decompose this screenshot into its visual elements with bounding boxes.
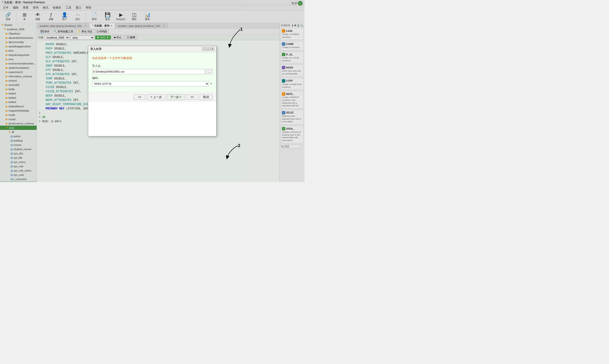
cancel-button[interactable]: 取消 <box>200 94 212 100</box>
annotation-1: 1 <box>240 27 243 32</box>
prev-button[interactable]: < 上一步 <box>147 94 165 100</box>
modal-minimize-button[interactable]: ─ <box>202 47 206 51</box>
last-button[interactable]: >> <box>186 94 198 100</box>
modal-close-button[interactable]: ✕ <box>210 47 214 51</box>
modal-overlay: 1 2 <box>0 0 305 182</box>
encoding-label: 编码: <box>92 76 212 80</box>
arrow-2-svg <box>226 146 240 160</box>
import-from-row: ... <box>92 69 212 74</box>
arrow-1-svg <box>228 29 243 48</box>
modal-footer: << < 上一步 下一步 > >> 取消 <box>88 92 216 102</box>
modal-maximize-button[interactable]: □ <box>206 47 210 51</box>
encoding-row: 65001 (UTF-8) ▼ <box>92 81 212 86</box>
modal-wrapper: 1 2 <box>88 46 217 136</box>
modal-title: 导入向导 <box>90 47 102 51</box>
next-button[interactable]: 下一步 > <box>167 94 185 100</box>
modal-message: 你必须选择一个文件作为数据源。 <box>92 56 212 60</box>
annotation-2: 2 <box>238 143 240 148</box>
modal-title-bar: 导入向导 ─ □ ✕ <box>88 46 216 52</box>
import-from-label: 导入从: <box>92 64 212 68</box>
import-from-input[interactable] <box>92 69 205 74</box>
import-wizard-modal: 导入向导 ─ □ ✕ 你必须选择一个文件作为数据源。 导入从: ... 编码: <box>88 46 217 136</box>
first-button[interactable]: << <box>134 94 146 100</box>
browse-button[interactable]: ... <box>206 69 212 74</box>
encoding-selector[interactable]: 65001 (UTF-8) <box>92 81 209 86</box>
modal-content: 你必须选择一个文件作为数据源。 导入从: ... 编码: 65001 (UTF-… <box>88 52 216 92</box>
modal-title-controls[interactable]: ─ □ ✕ <box>202 47 214 51</box>
expand-arrow-icon: ▼ <box>210 82 212 85</box>
